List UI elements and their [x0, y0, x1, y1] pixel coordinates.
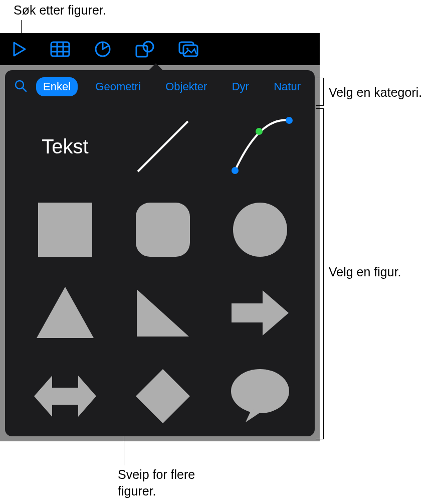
svg-point-20 [231, 369, 289, 413]
tab-natur[interactable]: Natur [267, 77, 308, 96]
media-icon[interactable] [178, 41, 198, 57]
shapes-grid[interactable]: Tekst [5, 103, 315, 436]
shape-arrow-right[interactable] [225, 278, 295, 348]
svg-point-14 [232, 167, 239, 174]
svg-point-7 [143, 42, 153, 52]
tab-enkel[interactable]: Enkel [36, 77, 78, 96]
callout-search: Søk etter figurer. [14, 3, 106, 18]
shape-curve[interactable] [225, 111, 295, 182]
tab-geometri[interactable]: Geometri [88, 77, 147, 96]
callout-shape: Velg en figur. [329, 265, 401, 279]
shapes-icon[interactable] [135, 41, 154, 58]
svg-point-16 [286, 117, 293, 124]
callout-swipe: Sveip for flere figurer. [118, 466, 195, 499]
popover-arrow [148, 63, 164, 71]
svg-point-10 [186, 48, 188, 50]
shape-right-triangle[interactable] [128, 278, 198, 348]
shape-circle[interactable] [225, 195, 295, 265]
bracket-category [316, 78, 324, 106]
tab-dyr[interactable]: Dyr [225, 77, 256, 96]
shape-line[interactable] [128, 111, 198, 182]
callout-category: Velg en kategori. [329, 85, 422, 100]
toolbar [0, 33, 320, 65]
shapes-popover: Enkel Geometri Objekter Dyr Natur Tekst [5, 70, 315, 436]
callout-line-bottom [124, 436, 124, 465]
shape-diamond[interactable] [128, 361, 198, 431]
category-row: Enkel Geometri Objekter Dyr Natur [5, 70, 315, 103]
bracket-shape [316, 108, 324, 439]
svg-point-19 [233, 203, 287, 257]
table-icon[interactable] [50, 41, 70, 57]
svg-rect-0 [51, 42, 69, 56]
shape-text[interactable]: Tekst [30, 111, 100, 182]
category-tabs: Enkel Geometri Objekter Dyr Natur [36, 77, 308, 96]
svg-rect-17 [38, 203, 92, 257]
shape-rounded-square[interactable] [128, 195, 198, 265]
shape-speech-bubble[interactable] [225, 361, 295, 431]
svg-line-12 [23, 88, 26, 91]
shape-square[interactable] [30, 195, 100, 265]
shape-triangle[interactable] [30, 278, 100, 348]
svg-rect-18 [136, 203, 190, 257]
svg-line-13 [138, 121, 188, 172]
play-icon[interactable] [13, 42, 26, 57]
tab-objekter[interactable]: Objekter [158, 77, 214, 96]
shape-double-arrow[interactable] [30, 361, 100, 431]
chart-icon[interactable] [94, 41, 111, 58]
svg-point-15 [256, 128, 263, 135]
search-icon[interactable] [14, 79, 27, 94]
